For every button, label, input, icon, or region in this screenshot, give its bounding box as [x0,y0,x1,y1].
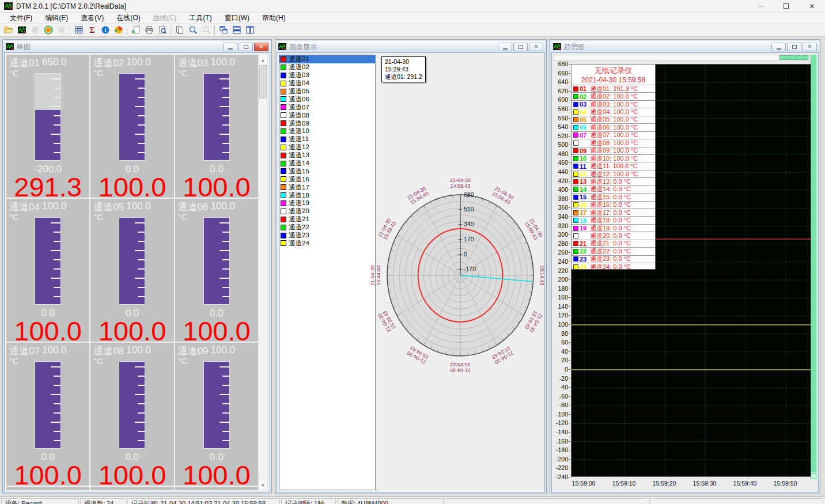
channel-value: 100.0 [90,315,173,342]
y-axis-tick [569,226,570,226]
unit-label: °C [178,212,188,222]
y-axis-label: 340 [552,213,568,220]
legend-color-swatch [573,148,578,153]
unit-label: °C [93,356,103,366]
minimize-button[interactable] [747,0,773,13]
channel-value: 291.3 [6,171,89,198]
statusbar-segment-2: 通道数: 24 [80,498,126,504]
legend-color-swatch [573,187,578,192]
y-axis-label: 420 [552,177,568,184]
y-axis-label: -160 [552,438,568,445]
menu-item-2[interactable]: 编辑(E) [39,12,74,24]
legend-channel-number: 17 [580,209,590,216]
y-axis-tick [569,441,570,442]
export-icon[interactable] [129,24,142,36]
bar-cell-通道07: 通道07100.0°C0.0100.0 [6,343,89,486]
bar-window-minimize-button[interactable] [223,43,237,51]
channel-value: 100.0 [90,171,173,198]
bar-window-titlebar[interactable]: 棒图 ✕ [4,41,270,52]
zoom-icon[interactable] [186,24,199,36]
scrollbar-thumb[interactable] [259,65,267,98]
mdi-workspace: 棒图 ✕ 通道01650.0°C-200.0291.3通道02100.0°C0.… [0,37,825,504]
y-axis-label: 100 [552,321,568,328]
legend-color-swatch [573,109,578,115]
legend-channel-value: 通道24: 0.0 °C [590,263,631,270]
menu-item-4[interactable]: 在线(O) [110,12,146,24]
bar-window-scrollbar[interactable]: ▲ ▼ [258,55,268,490]
close-button[interactable]: ✕ [799,0,825,13]
bar-cell-通道09: 通道09100.0°C0.0100.0 [175,343,258,486]
record-icon[interactable] [41,24,55,36]
bar-cell-通道08: 通道08100.0°C0.0100.0 [90,343,173,486]
trend-window-minimize-button[interactable] [771,43,786,51]
bar-window-maximize-button[interactable] [239,43,253,51]
trend-horizontal-scrollbar[interactable] [554,55,809,60]
bar-cell-通道05: 通道05100.0°C0.0100.0 [90,199,173,342]
print-preview-icon[interactable] [156,24,169,36]
y-axis-tick [569,154,570,154]
hscroll-button[interactable] [802,55,808,60]
scroll-up-icon[interactable]: ▲ [259,55,267,65]
disc-window-maximize-button[interactable] [513,43,528,51]
trend-window-close-button[interactable]: ✕ [803,43,817,51]
open-file-icon[interactable] [2,24,15,36]
tooltip-time: 15:29:43 [385,66,422,73]
window-title: DTM 2.0.1 [C:\DTM 2.0.2\RealData] [16,2,747,10]
maximize-button[interactable] [773,0,799,13]
svg-text:21-04-3015:44:43: 21-04-3015:44:43 [370,265,381,286]
data-table-icon[interactable] [72,24,85,36]
tile-vertical-icon[interactable] [243,24,256,36]
y-axis-tick [569,73,570,74]
y-axis-tick [569,369,570,370]
y-axis-tick [569,414,570,415]
channel-value: 100.0 [6,315,89,342]
trend-window-titlebar[interactable]: 趋势图 ✕ [551,41,819,52]
y-axis-label: 80 [552,330,568,337]
hscroll-thumb[interactable] [779,55,794,60]
scale-max: 100.0 [42,200,67,214]
legend-channel-number: 10 [580,155,590,162]
legend-channel-number: 05 [580,116,590,123]
print-icon[interactable] [142,24,156,36]
legend-color-swatch [573,226,578,231]
unit-label: °C [178,68,188,78]
statusbar-segment-7 [650,498,823,504]
y-axis-label: 40 [552,348,568,355]
scroll-down-icon[interactable]: ▼ [259,480,267,490]
disc-window-minimize-button[interactable] [498,43,512,51]
bar-cell-通道01: 通道01650.0°C-200.0291.3 [6,55,89,198]
legend-channel-number: 11 [580,163,590,170]
disc-window-titlebar[interactable]: 圆盘显示 ✕ [277,41,545,52]
pie-chart-icon[interactable] [112,24,125,36]
menu-item-6[interactable]: 工具(T) [183,12,218,24]
y-axis-tick [569,244,570,244]
tile-horizontal-icon[interactable] [230,24,243,36]
disc-window-close-button[interactable]: ✕ [529,43,543,51]
legend-color-swatch [573,241,578,246]
cascade-windows-icon[interactable] [217,24,230,36]
menu-item-7[interactable]: 窗口(W) [218,12,256,24]
trend-vertical-scrollbar[interactable] [811,55,816,472]
y-axis-tick [569,387,570,388]
legend-channel-number: 14 [580,186,590,193]
y-axis-tick [569,118,570,119]
trend-scrollbar-cap[interactable] [811,473,816,479]
trend-window-maximize-button[interactable] [787,43,801,51]
menu-item-3[interactable]: 查看(V) [74,12,110,24]
y-axis-label: -80 [552,401,568,408]
bar-window-close-button[interactable]: ✕ [254,43,268,51]
channel-value: 100.0 [175,315,258,342]
legend-color-swatch [573,141,578,146]
svg-text:0: 0 [464,251,467,257]
x-axis-label: 15:59:50 [768,480,803,487]
hscroll-button[interactable] [795,55,801,60]
statistics-icon[interactable]: Σ [85,24,99,36]
info-icon[interactable]: i [99,24,112,36]
menu-item-8[interactable]: 帮助(H) [256,12,292,24]
legend-channel-number: 23 [580,256,590,263]
y-axis-tick [569,324,570,325]
x-axis-label: 15:59:20 [647,480,682,487]
realtime-curve-icon[interactable] [15,24,28,36]
copy-icon[interactable] [173,24,186,36]
menu-item-1[interactable]: 文件(F) [3,12,39,24]
